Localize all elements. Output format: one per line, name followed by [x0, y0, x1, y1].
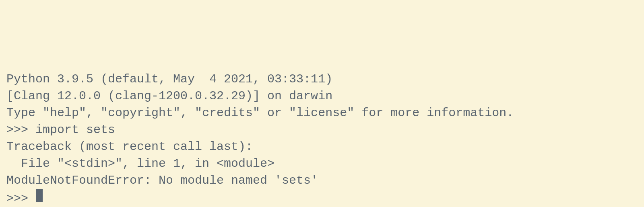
repl-input-line: >>> import sets — [6, 121, 638, 138]
cursor-icon — [36, 189, 43, 202]
python-repl-terminal[interactable]: Python 3.9.5 (default, May 4 2021, 03:33… — [6, 71, 638, 207]
repl-prompt: >>> — [6, 123, 35, 137]
repl-prompt: >>> — [6, 190, 35, 207]
traceback-error-line: ModuleNotFoundError: No module named 'se… — [6, 172, 638, 189]
traceback-header: Traceback (most recent call last): — [6, 138, 638, 155]
python-help-line: Type "help", "copyright", "credits" or "… — [6, 105, 638, 121]
python-version-line: Python 3.9.5 (default, May 4 2021, 03:33… — [6, 71, 638, 88]
python-compiler-line: [Clang 12.0.0 (clang-1200.0.32.29)] on d… — [6, 88, 638, 105]
repl-user-input: import sets — [35, 123, 115, 137]
traceback-file-line: File "<stdin>", line 1, in <module> — [6, 155, 638, 172]
repl-current-prompt-line[interactable]: >>> — [6, 189, 638, 207]
